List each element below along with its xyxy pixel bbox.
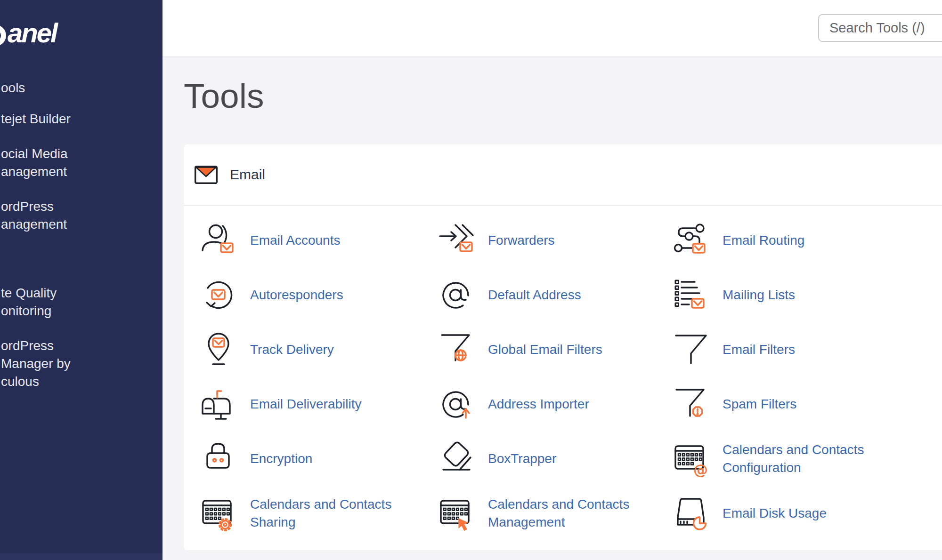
tool-label: Email Filters	[723, 341, 795, 359]
page: anel oolstejet Builderocial Mediaanageme…	[0, 0, 942, 560]
global-email-filters-icon	[438, 331, 475, 368]
sidebar-item-label-line: ools	[1, 79, 162, 97]
tool-label: Global Email Filters	[488, 341, 602, 359]
tool-link-email-deliverability[interactable]: Email Deliverability	[200, 377, 438, 432]
tool-label: Spam Filters	[723, 395, 796, 413]
tool-link-email-accounts[interactable]: Email Accounts	[200, 213, 438, 268]
track-delivery-icon	[200, 331, 237, 368]
tool-label: Mailing Lists	[723, 286, 795, 304]
tool-label: Address Importer	[488, 395, 589, 413]
email-filters-icon	[673, 331, 709, 368]
sidebar-item-social-media-management[interactable]: ocial Mediaanagement	[0, 145, 162, 181]
tool-link-autoresponders[interactable]: Autoresponders	[200, 268, 438, 322]
boxtrapper-icon	[438, 440, 475, 477]
tool-label: Encryption	[250, 450, 312, 468]
tool-link-forwarders[interactable]: Forwarders	[438, 213, 673, 268]
tool-link-calendars-and-contacts-configuration[interactable]: @ Calendars and Contacts Configuration	[673, 432, 942, 486]
address-importer-icon	[438, 386, 475, 423]
spam-filters-icon	[673, 386, 709, 423]
sidebar-item-label-line: ordPress	[1, 198, 162, 216]
tool-link-default-address[interactable]: Default Address	[438, 268, 673, 322]
tool-link-mailing-lists[interactable]: Mailing Lists	[673, 268, 942, 322]
sidebar-item-label-line: tejet Builder	[1, 110, 162, 128]
sidebar-item-label-line: ordPress	[1, 337, 162, 355]
email-section-header: Email	[184, 144, 942, 206]
sidebar-footer-strip	[0, 553, 162, 560]
tool-link-encryption[interactable]: Encryption	[200, 432, 438, 486]
sidebar-item-label-line: culous	[1, 373, 162, 391]
sidebar-item-wordpress-manager-softaculous[interactable]: ordPressManager byculous	[0, 337, 162, 391]
tool-link-calendars-and-contacts-management[interactable]: Calendars and Contacts Management	[438, 486, 673, 541]
default-address-icon	[438, 277, 475, 313]
tool-label: Email Disk Usage	[723, 504, 827, 522]
main-content: Tools Email Email Accounts Forwarders Em…	[162, 57, 942, 560]
sidebar-item-wordpress-management[interactable]: ordPressanagement	[0, 198, 162, 233]
mailing-lists-icon	[673, 277, 709, 313]
email-section-card: Email Email Accounts Forwarders Email Ro…	[184, 144, 942, 550]
calendars-contacts-configuration-icon: @	[673, 440, 709, 477]
tool-link-email-filters[interactable]: Email Filters	[673, 322, 942, 377]
autoresponders-icon	[200, 277, 237, 313]
search-input[interactable]	[818, 14, 942, 42]
sidebar-item-label-line: onitoring	[1, 302, 162, 320]
email-section-icon	[195, 166, 218, 184]
sidebar-item-site-quality-monitoring[interactable]: te Qualityonitoring	[0, 284, 162, 320]
tool-label: Email Routing	[723, 232, 804, 249]
sidebar-item-label-line: anagement	[1, 216, 162, 233]
tool-label: Email Deliverability	[250, 395, 362, 413]
email-routing-icon	[673, 222, 709, 259]
sidebar-item-tools[interactable]: ools	[0, 79, 162, 97]
tool-label: Track Delivery	[250, 341, 334, 359]
tool-label: Email Accounts	[250, 232, 340, 249]
svg-text:@: @	[693, 461, 708, 477]
tool-link-spam-filters[interactable]: Spam Filters	[673, 377, 942, 432]
sidebar-item-sitejet-builder[interactable]: tejet Builder	[0, 110, 162, 128]
tool-label: Forwarders	[488, 232, 555, 249]
tool-link-global-email-filters[interactable]: Global Email Filters	[438, 322, 673, 377]
encryption-icon	[200, 440, 237, 477]
calendars-contacts-management-icon	[438, 495, 475, 532]
email-accounts-icon	[200, 222, 237, 259]
sidebar-item-label-line: te Quality	[1, 284, 162, 302]
tool-label: Default Address	[488, 286, 581, 304]
page-title: Tools	[184, 76, 264, 115]
tool-link-boxtrapper[interactable]: BoxTrapper	[438, 432, 673, 486]
topbar	[162, 0, 942, 57]
email-deliverability-icon	[200, 386, 237, 423]
tool-link-address-importer[interactable]: Address Importer	[438, 377, 673, 432]
forwarders-icon	[438, 222, 475, 259]
tool-label: Calendars and Contacts Configuration	[723, 441, 885, 477]
calendars-contacts-sharing-icon	[200, 495, 237, 532]
tool-label: Autoresponders	[250, 286, 343, 304]
email-section-title: Email	[230, 167, 265, 183]
sidebar-item-label-line: Manager by	[1, 355, 162, 373]
sidebar-item-label-line: anagement	[1, 163, 162, 181]
email-tools-grid: Email Accounts Forwarders Email Routing …	[200, 213, 942, 541]
tool-link-email-disk-usage[interactable]: Email Disk Usage	[673, 486, 942, 541]
tool-link-email-routing[interactable]: Email Routing	[673, 213, 942, 268]
tool-link-calendars-and-contacts-sharing[interactable]: Calendars and Contacts Sharing	[200, 486, 438, 541]
sidebar-nav-list: oolstejet Builderocial Mediaanagementord…	[0, 0, 162, 560]
tool-link-track-delivery[interactable]: Track Delivery	[200, 322, 438, 377]
tool-label: BoxTrapper	[488, 450, 556, 468]
tool-label: Calendars and Contacts Management	[488, 496, 650, 531]
email-disk-usage-icon	[673, 495, 709, 532]
sidebar-item-label-line: ocial Media	[1, 145, 162, 163]
tool-label: Calendars and Contacts Sharing	[250, 496, 413, 531]
sidebar: anel oolstejet Builderocial Mediaanageme…	[0, 0, 162, 560]
